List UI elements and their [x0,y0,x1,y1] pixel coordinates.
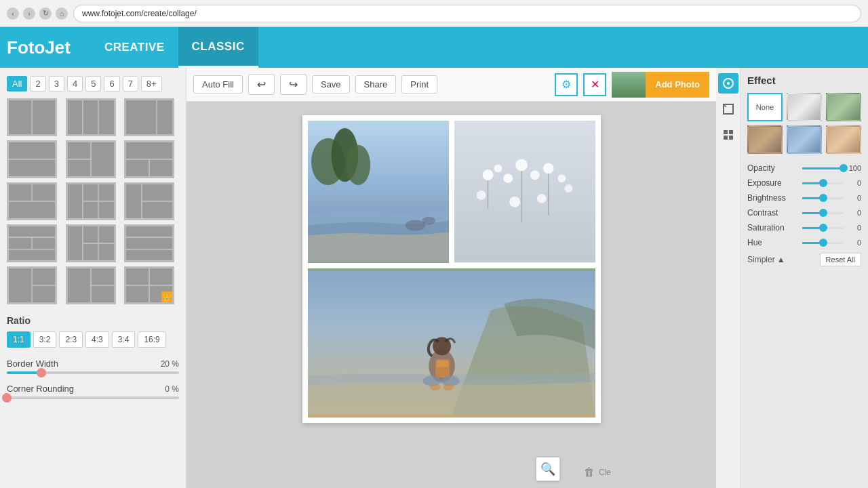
ratio-16-9[interactable]: 16:9 [138,331,165,348]
layout-thumb-12[interactable] [124,224,174,262]
svg-rect-35 [724,130,728,134]
collage-cell-1[interactable] [308,121,449,263]
layout-grid [7,98,179,304]
svg-point-12 [530,170,539,180]
opacity-value: 100 [848,164,861,172]
ratio-4-3[interactable]: 4:3 [85,331,109,348]
layout-thumb-6[interactable] [124,140,174,178]
reset-all-button[interactable]: Reset All [820,253,861,266]
ratio-3-2[interactable]: 3:2 [33,331,57,348]
layout-thumb-14[interactable] [66,266,116,304]
layout-thumb-7[interactable] [7,182,57,220]
toolbar: Auto Fill ↩ ↪ Save Share Print ⚙ [186,68,716,102]
settings-button[interactable]: ⚙ [555,73,578,96]
nav-classic[interactable]: CLASSIC [178,27,258,68]
layout-thumb-15-premium[interactable] [124,266,174,304]
effect-3[interactable] [747,125,783,154]
delete-area[interactable]: 🗑 Cle [584,466,611,479]
undo-button[interactable]: ↩ [248,74,275,95]
simpler-row: Simpler ▲ Reset All [747,253,861,266]
saturation-track[interactable] [802,227,844,229]
layout-thumb-4[interactable] [7,140,57,178]
settings-icon: ⚙ [561,78,571,91]
simpler-button[interactable]: Simpler ▲ [747,255,785,264]
layout-thumb-11[interactable] [66,224,116,262]
filter-tab-2[interactable]: 2 [30,76,45,92]
collage-inner [308,121,595,418]
filter-tab-4[interactable]: 4 [67,76,83,92]
add-photo-button[interactable]: Add Photo [646,72,709,98]
zoom-button[interactable]: 🔍 [536,457,560,481]
address-bar[interactable]: www.fotojet.com/create/collage/ [73,5,861,22]
filter-tab-8plus[interactable]: 8+ [141,76,162,92]
effect-grid: None [747,93,861,154]
layout-thumb-2[interactable] [66,98,116,136]
hue-track[interactable] [802,242,844,244]
filter-tab-5[interactable]: 5 [85,76,101,92]
ratio-1-1[interactable]: 1:1 [7,331,31,348]
layout-thumb-13[interactable] [7,266,57,304]
share-label: Share [364,79,388,89]
ratio-3-4[interactable]: 3:4 [112,331,136,348]
border-width-slider[interactable] [7,371,179,374]
layout-thumb-3[interactable] [124,98,174,136]
auto-fill-button[interactable]: Auto Fill [193,75,243,94]
svg-point-29 [430,384,440,391]
filter-tab-7[interactable]: 7 [123,76,138,92]
save-button[interactable]: Save [312,75,350,94]
svg-rect-7 [454,121,595,262]
forward-btn[interactable]: › [23,7,35,20]
effect-2[interactable] [826,93,861,121]
back-btn[interactable]: ‹ [7,7,19,20]
effect-4[interactable] [787,125,822,154]
svg-point-11 [515,159,528,171]
filter-tab-all[interactable]: All [7,76,27,92]
redo-button[interactable]: ↪ [280,74,307,95]
opacity-track[interactable] [802,167,844,169]
delete-icon: 🗑 [584,466,595,479]
tool-circle[interactable] [718,73,738,94]
corner-rounding-slider[interactable] [7,396,179,399]
layout-thumb-5[interactable] [66,140,116,178]
browser-controls: ‹ › ↻ ⌂ [7,7,68,20]
saturation-value: 0 [848,224,861,232]
filter-tab-6[interactable]: 6 [104,76,119,92]
share-button[interactable]: Share [355,75,397,94]
close-button[interactable]: ✕ [583,73,606,96]
right-side: Effect None Opacity 100 [716,68,868,488]
undo-icon: ↩ [257,78,266,91]
svg-point-27 [422,375,441,386]
svg-rect-37 [724,136,728,140]
effect-none[interactable]: None [747,93,783,121]
exposure-track[interactable] [802,182,844,184]
ratio-2-3[interactable]: 2:3 [59,331,83,348]
contrast-track[interactable] [802,212,844,214]
ratio-tabs: 1:1 3:2 2:3 4:3 3:4 16:9 [7,331,179,348]
home-btn[interactable]: ⌂ [56,7,68,20]
collage-cell-2[interactable] [454,121,595,263]
exposure-label: Exposure [747,178,798,188]
collage-cell-3[interactable] [308,268,595,418]
opacity-slider-row: Opacity 100 [747,163,861,173]
svg-rect-26 [436,361,448,367]
layout-thumb-9[interactable] [124,182,174,220]
browser-bar: ‹ › ↻ ⌂ www.fotojet.com/create/collage/ [0,0,868,27]
effect-1[interactable] [787,93,822,121]
layout-thumb-1[interactable] [7,98,57,136]
nav-creative[interactable]: CREATIVE [91,27,178,68]
tool-layout[interactable] [718,125,738,145]
effect-5[interactable] [826,125,861,154]
right-tools [716,68,741,488]
svg-point-6 [422,217,435,225]
layout-thumb-8[interactable] [66,182,116,220]
filter-tab-3[interactable]: 3 [49,76,64,92]
canvas-area: Auto Fill ↩ ↪ Save Share Print ⚙ [186,68,716,488]
print-button[interactable]: Print [401,75,437,94]
tool-crop[interactable] [718,99,738,119]
logo-text: FotoJet [7,37,71,58]
brightness-track[interactable] [802,197,844,199]
layout-thumb-10[interactable] [7,224,57,262]
reload-btn[interactable]: ↻ [39,7,52,20]
border-width-row: Border Width 20 % [7,359,179,369]
svg-point-8 [482,169,493,180]
